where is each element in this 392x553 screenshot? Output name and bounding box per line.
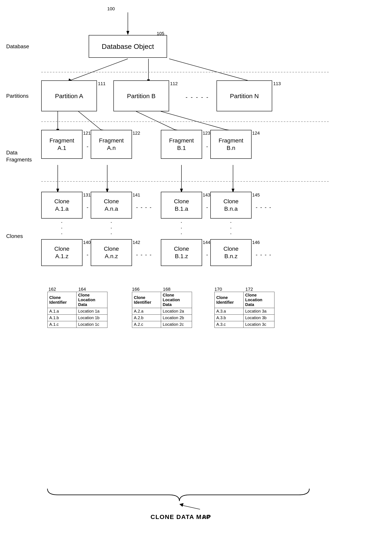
- fragment-b1-box: Fragment B.1: [161, 130, 202, 159]
- ref-170: 170: [214, 287, 222, 292]
- table2-row1-loc: Location 2a: [161, 308, 192, 315]
- ref-172: 172: [245, 287, 253, 292]
- svg-line-2: [70, 59, 128, 80]
- table3-row3-id: A.3.c: [215, 321, 244, 328]
- ref-100: 100: [107, 6, 115, 12]
- table-row: A.1.a Location 1a: [48, 308, 107, 315]
- fragment-a1-box: Fragment A.1: [41, 130, 83, 159]
- section-label-partitions: Partitions: [6, 93, 28, 99]
- table1-row1-loc: Location 1a: [77, 308, 107, 315]
- table-row: A.1.b Location 1b: [48, 315, 107, 321]
- table-row: A.2.a Location 2a: [132, 308, 192, 315]
- ref-143: 143: [203, 192, 210, 198]
- clone-ana-ellipsis: - - - -: [136, 204, 152, 210]
- clone-bna-box: Clone B.n.a: [210, 192, 252, 218]
- ref-146: 146: [252, 240, 260, 245]
- clone-b1a-box: Clone B.1.a: [161, 192, 202, 218]
- ref-145: 145: [252, 192, 260, 198]
- clone-a1-vertical-dots: · · ·: [59, 222, 65, 236]
- table1-col2-header: Clone Location Data: [77, 292, 107, 308]
- table3-col2-header: Clone Location Data: [244, 292, 274, 308]
- ref-123: 123: [203, 131, 210, 136]
- ref-124: 124: [252, 131, 260, 136]
- table2-row1-id: A.2.a: [132, 308, 161, 315]
- table2-row3-loc: Location 2c: [161, 321, 192, 328]
- table2-col2-header: Clone Location Data: [161, 292, 192, 308]
- clone-bna-ellipsis: - - - -: [256, 204, 272, 210]
- ref-144: 144: [203, 240, 210, 245]
- clone-table-3: Clone Identifier Clone Location Data A.3…: [214, 292, 274, 328]
- svg-line-16: [161, 111, 227, 130]
- ref-111: 111: [98, 81, 105, 86]
- table3-row1-id: A.3.a: [215, 308, 244, 315]
- table2-row3-id: A.2.c: [132, 321, 161, 328]
- fragment-bn-box: Fragment B.n: [210, 130, 252, 159]
- clone-a1a-box: Clone A.1.a: [41, 192, 83, 218]
- svg-line-27: [182, 505, 200, 509]
- fragment-an-box: Fragment A.n: [91, 130, 132, 159]
- clone-anz-ellipsis: - - - -: [136, 252, 152, 258]
- database-object-box: Database Object: [89, 35, 167, 58]
- table3-row3-loc: Location 3c: [244, 321, 274, 328]
- table3-row2-loc: Location 3b: [244, 315, 274, 321]
- clone-ana-box: Clone A.n.a: [91, 192, 132, 218]
- table-row: A.1.c Location 1c: [48, 321, 107, 328]
- partition-b-box: Partition B: [113, 80, 169, 111]
- svg-marker-1: [126, 31, 129, 35]
- table3-col1-header: Clone Identifier: [215, 292, 244, 308]
- clone-b1-vertical-dots: · · ·: [178, 222, 185, 236]
- ref-164: 164: [78, 287, 86, 292]
- ref-112: 112: [170, 81, 178, 86]
- diagram-container: 100 105 Database Object Database Partiti…: [0, 0, 392, 553]
- clone-an-vertical-dots: · · ·: [108, 222, 115, 236]
- table-row: A.3.a Location 3a: [215, 308, 274, 315]
- ref-113: 113: [273, 81, 281, 86]
- table1-row2-id: A.1.b: [48, 315, 77, 321]
- partition-a-box: Partition A: [41, 80, 97, 111]
- ref-140: 140: [83, 240, 91, 245]
- clone-bn-vertical-dots: · · ·: [228, 222, 234, 236]
- ref-160: 160: [202, 514, 210, 520]
- ref-168: 168: [163, 287, 170, 292]
- ref-162: 162: [49, 287, 56, 292]
- svg-line-12: [78, 111, 101, 130]
- clone-anz-box: Clone A.n.z: [91, 239, 132, 266]
- clone-table-1: Clone Identifier Clone Location Data A.1…: [47, 292, 107, 328]
- section-label-database: Database: [6, 43, 29, 50]
- svg-marker-28: [179, 503, 183, 507]
- ref-166: 166: [132, 287, 140, 292]
- table-row: A.3.c Location 3c: [215, 321, 274, 328]
- table1-row1-id: A.1.a: [48, 308, 77, 315]
- ref-122: 122: [133, 131, 140, 136]
- table2-row2-id: A.2.b: [132, 315, 161, 321]
- table2-row2-loc: Location 2b: [161, 315, 192, 321]
- section-label-clones: Clones: [6, 233, 23, 239]
- table2-col1-header: Clone Identifier: [132, 292, 161, 308]
- ref-121: 121: [83, 131, 91, 136]
- table-row: A.2.b Location 2b: [132, 315, 192, 321]
- svg-line-6: [169, 59, 247, 80]
- ref-131: 131: [83, 192, 91, 198]
- clone-a1z-box: Clone A.1.z: [41, 239, 83, 266]
- table1-row3-loc: Location 1c: [77, 321, 107, 328]
- ref-141: 141: [133, 192, 140, 198]
- clone-b1z-box: Clone B.1.z: [161, 239, 202, 266]
- clone-bnz-ellipsis: - - - -: [256, 252, 272, 258]
- ref-142: 142: [133, 240, 140, 245]
- table1-row2-loc: Location 1b: [77, 315, 107, 321]
- partition-n-box: Partition N: [217, 80, 272, 111]
- table1-row3-id: A.1.c: [48, 321, 77, 328]
- table1-col1-header: Clone Identifier: [48, 292, 77, 308]
- partition-ellipsis: - - - - -: [186, 94, 209, 100]
- table3-row1-loc: Location 3a: [244, 308, 274, 315]
- table-row: A.3.b Location 3b: [215, 315, 274, 321]
- section-label-fragments: Data Fragments: [6, 142, 32, 163]
- clone-table-2: Clone Identifier Clone Location Data A.2…: [132, 292, 192, 328]
- table-row: A.2.c Location 2c: [132, 321, 192, 328]
- svg-line-14: [136, 111, 175, 130]
- clone-bnz-box: Clone B.n.z: [210, 239, 252, 266]
- table3-row2-id: A.3.b: [215, 315, 244, 321]
